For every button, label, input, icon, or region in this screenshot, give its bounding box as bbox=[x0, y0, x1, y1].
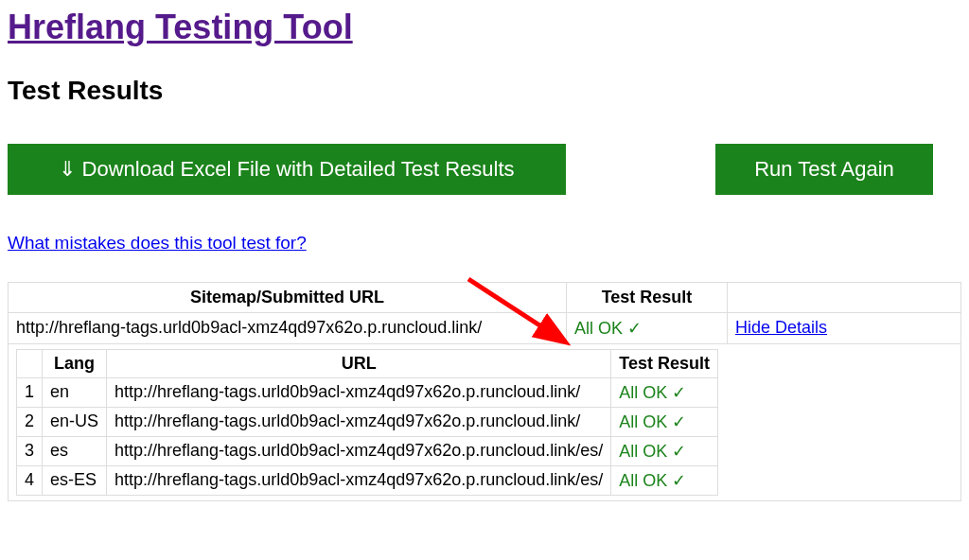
cell-n: 2 bbox=[17, 408, 43, 437]
check-icon: ✓ bbox=[672, 383, 686, 402]
table-row: 1enhttp://hreflang-tags.urld0b9acl-xmz4q… bbox=[17, 378, 718, 408]
run-again-button[interactable]: Run Test Again bbox=[715, 144, 933, 195]
check-icon: ✓ bbox=[672, 471, 686, 490]
inner-col-url: URL bbox=[107, 350, 611, 378]
table-row: 3eshttp://hreflang-tags.urld0b9acl-xmz4q… bbox=[17, 437, 718, 466]
cell-n: 1 bbox=[17, 378, 43, 408]
details-cell: Hide Details bbox=[728, 313, 961, 344]
col-header-actions bbox=[728, 283, 961, 313]
hide-details-link[interactable]: Hide Details bbox=[735, 318, 827, 337]
inner-col-n bbox=[17, 350, 43, 378]
overall-result-cell: All OK ✓ bbox=[567, 313, 728, 344]
page-title-link[interactable]: Hreflang Testing Tool bbox=[8, 8, 353, 46]
check-icon: ✓ bbox=[672, 442, 686, 461]
table-row: 2en-UShttp://hreflang-tags.urld0b9acl-xm… bbox=[17, 408, 718, 437]
col-header-result: Test Result bbox=[567, 283, 728, 313]
cell-result: All OK ✓ bbox=[611, 466, 718, 496]
details-table: Lang URL Test Result 1enhttp://hreflang-… bbox=[16, 349, 718, 496]
cell-url: http://hreflang-tags.urld0b9acl-xmz4qd97… bbox=[107, 466, 611, 496]
cell-n: 3 bbox=[17, 437, 43, 466]
table-row: 4es-EShttp://hreflang-tags.urld0b9acl-xm… bbox=[17, 466, 718, 496]
cell-result: All OK ✓ bbox=[611, 437, 718, 466]
cell-result: All OK ✓ bbox=[611, 378, 718, 408]
cell-lang: en bbox=[43, 378, 107, 408]
check-icon: ✓ bbox=[672, 412, 686, 431]
button-row: ⇓ Download Excel File with Detailed Test… bbox=[8, 144, 961, 195]
details-container: Lang URL Test Result 1enhttp://hreflang-… bbox=[9, 344, 961, 501]
sub-heading: Test Results bbox=[8, 76, 961, 106]
col-header-url: Sitemap/Submitted URL bbox=[9, 283, 567, 313]
help-link[interactable]: What mistakes does this tool test for? bbox=[8, 233, 307, 254]
cell-url: http://hreflang-tags.urld0b9acl-xmz4qd97… bbox=[107, 437, 611, 466]
cell-lang: es bbox=[43, 437, 107, 466]
cell-lang: en-US bbox=[43, 408, 107, 437]
inner-col-lang: Lang bbox=[43, 350, 107, 378]
overall-status-text: All OK bbox=[574, 319, 623, 338]
cell-n: 4 bbox=[17, 466, 43, 496]
submitted-url-cell: http://hreflang-tags.urld0b9acl-xmz4qd97… bbox=[9, 313, 567, 344]
results-table: Sitemap/Submitted URL Test Result http:/… bbox=[8, 282, 961, 501]
page-title: Hreflang Testing Tool bbox=[8, 8, 961, 47]
cell-url: http://hreflang-tags.urld0b9acl-xmz4qd97… bbox=[107, 408, 611, 437]
inner-col-result: Test Result bbox=[611, 350, 718, 378]
cell-lang: es-ES bbox=[43, 466, 107, 496]
cell-url: http://hreflang-tags.urld0b9acl-xmz4qd97… bbox=[107, 378, 611, 408]
cell-result: All OK ✓ bbox=[611, 408, 718, 437]
download-button[interactable]: ⇓ Download Excel File with Detailed Test… bbox=[8, 144, 566, 195]
check-icon: ✓ bbox=[627, 319, 642, 338]
